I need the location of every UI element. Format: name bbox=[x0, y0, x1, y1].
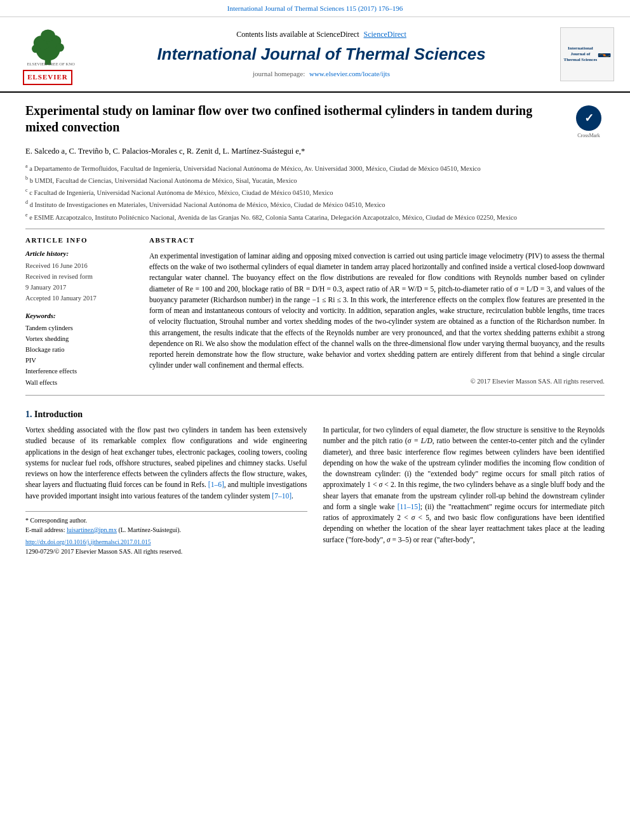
ref-1-6[interactable]: [1–6] bbox=[208, 481, 224, 488]
doi-anchor[interactable]: http://dx.doi.org/10.1016/j.ijthermalsci… bbox=[25, 539, 151, 545]
journal-center: Contents lists available at ScienceDirec… bbox=[89, 29, 554, 79]
affiliation-a: a a Departamento de Termofluidos, Facult… bbox=[25, 163, 605, 173]
email-note: E-mail address: luisartinez@ipn.mx (L. M… bbox=[25, 525, 307, 535]
body-divider bbox=[25, 395, 605, 396]
keyword-3: Blockage ratio bbox=[25, 345, 137, 354]
svg-point-4 bbox=[41, 29, 55, 41]
corresponding-note: * Corresponding author. bbox=[25, 516, 307, 525]
elsevier-tree-icon: ELSEVIER TREE OF KNOWLEDGE bbox=[21, 23, 75, 68]
keywords-title: Keywords: bbox=[25, 311, 137, 321]
crossmark-icon: ✓ bbox=[576, 105, 601, 131]
ref-7-10[interactable]: [7–10] bbox=[272, 492, 292, 500]
sciencedirect-info: Contents lists available at ScienceDirec… bbox=[89, 29, 554, 40]
copyright-notice: © 2017 Elsevier Masson SAS. All rights r… bbox=[149, 377, 605, 386]
keyword-6: Wall effects bbox=[25, 378, 137, 387]
abstract-heading: ABSTRACT bbox=[149, 236, 605, 246]
section-title: Introduction bbox=[34, 410, 83, 419]
received-revised-label: Received in revised form bbox=[25, 272, 137, 281]
authors: E. Salcedo a, C. Treviño b, C. Palacios-… bbox=[25, 145, 605, 157]
abstract-body: An experimental investigation of laminar… bbox=[149, 251, 605, 371]
keyword-5: Interference effects bbox=[25, 366, 137, 376]
journal-citation: International Journal of Thermal Science… bbox=[0, 0, 630, 17]
article-title: Experimental study on laminar flow over … bbox=[25, 102, 563, 135]
section-number: 1. bbox=[25, 410, 32, 419]
info-abstract-columns: ARTICLE INFO Article history: Received 1… bbox=[25, 236, 605, 389]
sciencedirect-link[interactable]: ScienceDirect bbox=[363, 30, 406, 39]
article-info-column: ARTICLE INFO Article history: Received 1… bbox=[25, 236, 137, 389]
ref-11-15[interactable]: [11–15] bbox=[398, 503, 420, 510]
revised-date: 9 January 2017 bbox=[25, 283, 137, 292]
footnotes: * Corresponding author. E-mail address: … bbox=[25, 511, 307, 556]
keyword-1: Tandem cylinders bbox=[25, 323, 137, 333]
doi-link: http://dx.doi.org/10.1016/j.ijthermalsci… bbox=[25, 537, 307, 547]
body-columns: Vortex shedding associated with the flow… bbox=[25, 425, 605, 556]
journal-logo-right: International Journal of Thermal Science… bbox=[560, 27, 617, 81]
body-col-left: Vortex shedding associated with the flow… bbox=[25, 425, 307, 556]
svg-point-6 bbox=[55, 43, 64, 51]
header-divider bbox=[25, 229, 605, 229]
elsevier-brand: ELSEVIER bbox=[23, 70, 72, 85]
received-date: Received 16 June 2016 bbox=[25, 261, 137, 270]
affiliation-b: b b UMDI, Facultad de Ciencias, Universi… bbox=[25, 175, 605, 185]
keyword-4: PIV bbox=[25, 356, 137, 365]
introduction-section: 1. Introduction Vortex shedding associat… bbox=[25, 408, 605, 556]
intro-para-1: Vortex shedding associated with the flow… bbox=[25, 425, 307, 502]
journal-cover-image: International Journal of Thermal Science… bbox=[560, 27, 614, 81]
crossmark-label: CrossMark bbox=[573, 132, 605, 140]
issn-notice: 1290-0729/© 2017 Elsevier Masson SAS. Al… bbox=[25, 547, 307, 556]
article-title-row: Experimental study on laminar flow over … bbox=[25, 102, 605, 140]
journal-homepage: journal homepage: www.elsevier.com/locat… bbox=[89, 69, 554, 79]
journal-title: International Journal of Thermal Science… bbox=[89, 43, 554, 67]
affiliations: a a Departamento de Termofluidos, Facult… bbox=[25, 163, 605, 222]
keywords-section: Keywords: Tandem cylinders Vortex sheddi… bbox=[25, 311, 137, 387]
section-1-heading: 1. Introduction bbox=[25, 408, 605, 421]
affiliation-e: e e ESIME Azcapotzalco, Instituto Polité… bbox=[25, 211, 605, 222]
elsevier-logo: ELSEVIER TREE OF KNOWLEDGE ELSEVIER bbox=[13, 23, 83, 85]
affiliation-c: c c Facultad de Ingeniería, Universidad … bbox=[25, 187, 605, 197]
article-history-label: Article history: bbox=[25, 249, 137, 259]
intro-para-right: In particular, for two cylinders of equa… bbox=[323, 425, 605, 545]
paper-content: Experimental study on laminar flow over … bbox=[0, 93, 630, 566]
author-list: E. Salcedo a, C. Treviño b, C. Palacios-… bbox=[25, 147, 305, 156]
keyword-2: Vortex shedding bbox=[25, 334, 137, 343]
email-link[interactable]: luisartinez@ipn.mx bbox=[67, 526, 117, 533]
citation-text: International Journal of Thermal Science… bbox=[227, 4, 403, 12]
svg-text:ELSEVIER TREE OF KNOWLEDGE: ELSEVIER TREE OF KNOWLEDGE bbox=[27, 62, 75, 66]
homepage-link[interactable]: www.elsevier.com/locate/ijts bbox=[309, 70, 390, 77]
svg-point-5 bbox=[32, 44, 40, 53]
article-info-heading: ARTICLE INFO bbox=[25, 236, 137, 246]
affiliation-d: d d Instituto de Investigaciones en Mate… bbox=[25, 199, 605, 210]
journal-header: ELSEVIER TREE OF KNOWLEDGE ELSEVIER Cont… bbox=[0, 17, 630, 93]
abstract-section: ABSTRACT An experimental investigation o… bbox=[149, 236, 605, 389]
accepted-date: Accepted 10 January 2017 bbox=[25, 293, 137, 303]
body-col-right: In particular, for two cylinders of equa… bbox=[323, 425, 605, 556]
crossmark-badge: ✓ CrossMark bbox=[573, 102, 605, 140]
